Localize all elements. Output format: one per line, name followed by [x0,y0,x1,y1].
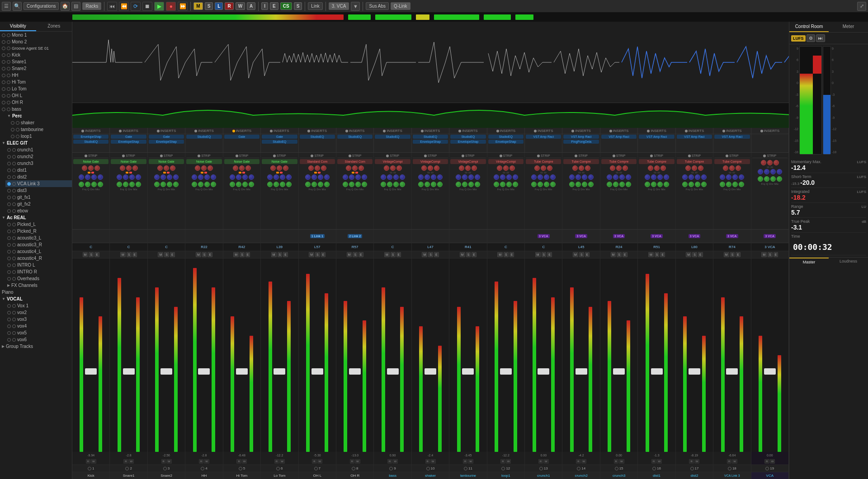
knob2-OH L-2[interactable] [318,174,323,180]
knob2-OH R-3[interactable] [362,174,367,180]
knob-tambourine-2[interactable] [472,165,477,171]
rw-r-VCA Link 3[interactable]: R [727,459,731,464]
knob-VCA-0[interactable] [761,160,766,165]
fader-thumb-HH[interactable] [198,368,210,375]
fader-e-btn-Lo Tom[interactable]: E [283,252,288,257]
dot2-vcalink3[interactable] [12,182,16,186]
fader-thumb-Hi Tom[interactable] [236,368,248,375]
dot2-vox6[interactable] [12,338,16,342]
insert-slot-Hi Tom-0[interactable]: Gate [224,135,259,139]
knob2-dist2-3[interactable] [701,174,707,180]
dot2-picked-l[interactable] [12,223,16,226]
fader-thumb-Lo Tom[interactable] [274,368,285,375]
fader-routing-Hi Tom[interactable]: R42 [223,243,260,251]
dot2-ac3l[interactable] [12,236,16,240]
knob3-Lo Tom-1[interactable] [274,182,279,187]
fader-s-btn-Hi Tom[interactable]: S [240,252,245,257]
dot2-vox4[interactable] [12,324,16,328]
route-s-btn[interactable]: S [294,2,302,10]
dot-vox4[interactable] [7,324,11,328]
knob3-crunch3-3[interactable] [626,182,631,187]
knob2-shaker-0[interactable] [418,174,424,180]
knob-dist1-2[interactable] [660,165,666,171]
knob2-VCA-1[interactable] [764,169,769,174]
dot1-gitfx1[interactable] [7,196,11,199]
home-icon[interactable]: 🏠 [61,2,70,11]
strip-plugin-loop1[interactable]: VintageCompi [488,159,524,164]
rw-w-Kick[interactable]: W [91,459,96,464]
dot2-ohleft[interactable] [7,94,10,98]
mix-r-btn[interactable]: R [225,2,233,10]
gear-settings-btn[interactable]: ⚙ [807,34,815,42]
sidebar-item-kick[interactable]: Kick [0,52,72,58]
knob2-Snare1-0[interactable] [117,174,122,180]
knob-crunch3-2[interactable] [623,165,628,171]
dot2-ohright[interactable] [7,101,10,104]
knob-crunch1-0[interactable] [534,165,540,171]
configurations-btn[interactable]: Configurations [24,2,59,10]
fader-s-btn-Lo Tom[interactable]: S [278,252,283,257]
knob2-crunch3-0[interactable] [607,174,612,180]
strip-plugin-crunch1[interactable]: Tube Compre [526,159,561,164]
rw-r-Kick[interactable]: R [86,459,90,464]
fader-thumb-OH R[interactable] [349,368,361,375]
knob2-crunch3-2[interactable] [619,174,625,180]
sidebar-item-vca-link3[interactable]: VCA Link 3 [5,180,72,187]
knob-Lo Tom-1[interactable] [277,165,282,171]
fader-e-btn-crunch2[interactable]: E [585,252,590,257]
route-cs-btn[interactable]: CS [280,2,292,10]
dot2-gitfx1[interactable] [12,196,16,199]
sidebar-group-elec-git[interactable]: ▼ ELEC GIT [0,140,72,146]
rw-w-VCA Link 3[interactable]: W [732,459,737,464]
dot-intror[interactable] [7,270,11,274]
dot2-crunch3[interactable] [12,162,16,165]
knob2-crunch1-2[interactable] [544,174,549,180]
sidebar-item-vox6[interactable]: vox6 [5,336,72,343]
knob3-HH-2[interactable] [204,182,210,187]
dot2-mono2[interactable] [7,40,10,44]
knob3-Snare2-2[interactable] [167,182,172,187]
fader-routing-Kick[interactable]: C [72,243,109,251]
dot-picked-l[interactable] [7,223,11,226]
mix-w-btn[interactable]: W [236,2,245,10]
knob3-VCA Link 3-1[interactable] [726,182,731,187]
insert-slot-Snare2-0[interactable]: Gate [149,135,184,139]
fader-m-btn-Snare2[interactable]: M [158,252,163,257]
dot-ac4l[interactable] [7,250,11,254]
fader-thumb-dist1[interactable] [651,368,663,375]
list-icon[interactable]: ▤ [71,2,80,11]
sidebar-item-picked-l[interactable]: Picked_L [5,221,72,228]
knob3-OH L-3[interactable] [324,182,330,187]
route-e-btn[interactable]: E [270,2,278,10]
sidebar-item-piano[interactable]: Piano [0,289,72,296]
dot2-lotom[interactable] [7,87,10,91]
fader-s-btn-HH[interactable]: S [202,252,207,257]
knob3-tambourine-0[interactable] [456,182,461,187]
fader-e-btn-crunch1[interactable]: E [547,252,552,257]
knob3-dist1-1[interactable] [651,182,656,187]
sidebar-item-ac3l[interactable]: acoustic3_L [5,235,72,241]
fader-m-btn-crunch3[interactable]: M [611,252,616,257]
fader-s-btn-crunch1[interactable]: S [542,252,547,257]
knob-crunch3-1[interactable] [616,165,622,171]
knob3-Kick-1[interactable] [85,182,90,187]
dot2-snare2[interactable] [7,67,10,70]
knob-OH R-0[interactable] [346,165,351,171]
knob2-VCA-2[interactable] [770,169,776,174]
sidebar-item-ac3r[interactable]: acoustic3_R [5,241,72,248]
knob-Snare1-0[interactable] [120,165,125,171]
fader-m-btn-shaker[interactable]: M [422,252,427,257]
fader-m-btn-Kick[interactable]: M [83,252,88,257]
dot2-picked-r[interactable] [12,230,16,233]
knob-Snare2-0[interactable] [157,165,163,171]
fader-thumb-shaker[interactable] [425,368,436,375]
knob3-VCA-3[interactable] [777,176,782,182]
knob3-VCA Link 3-3[interactable] [739,182,744,187]
knob3-bass-2[interactable] [393,182,399,187]
knob2-dist2-2[interactable] [695,174,700,180]
knob2-Kick-0[interactable] [79,174,84,180]
strip-plugin-Hi Tom[interactable]: Noise Gate [224,159,259,164]
knob-dist1-0[interactable] [648,165,653,171]
fader-e-btn-dist2[interactable]: E [698,252,703,257]
dot2-snare1[interactable] [7,60,10,64]
